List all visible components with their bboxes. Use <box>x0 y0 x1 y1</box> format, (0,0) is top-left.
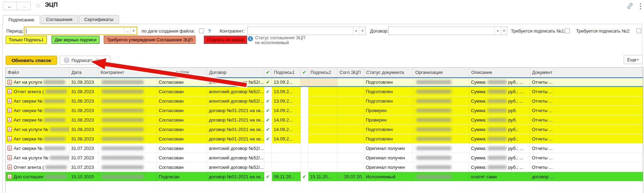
redacted-text <box>488 90 507 94</box>
need-sign1-checkbox[interactable] <box>565 28 570 33</box>
cell-text: Согласован <box>159 136 184 142</box>
tab-signing[interactable]: Подписание <box>3 15 40 25</box>
need-sign2-checkbox[interactable] <box>636 28 641 33</box>
period-clear-icon[interactable]: × <box>130 27 137 34</box>
column-header-org[interactable]: Организация <box>413 68 469 77</box>
contract-input[interactable]: ▼ × <box>388 27 507 35</box>
cell-text: 14.09.2... <box>274 108 293 113</box>
cell-document: Отчеты ... <box>530 87 643 96</box>
redacted-text <box>416 80 451 84</box>
help-link[interactable]: ? <box>208 28 211 34</box>
table-row[interactable]: Отчет агента (31.07.2023Согласованагентс… <box>6 163 643 172</box>
contract-dropdown-icon[interactable]: ▼ <box>494 27 501 35</box>
cell-check2 <box>301 125 308 134</box>
cell-date: 15.10.2020 <box>69 172 98 181</box>
pdf-file-icon <box>7 174 12 179</box>
by-file-date-checkbox[interactable] <box>199 28 204 33</box>
column-header-desc[interactable]: Описание <box>469 68 530 77</box>
column-header-contract[interactable]: Договор <box>207 68 264 77</box>
cell-agr <box>337 96 364 105</box>
cell-contract: агентский договор №52/... <box>207 87 264 96</box>
cell-text: 31.07.2023 <box>71 146 94 151</box>
redacted-text <box>488 118 507 122</box>
column-header-check2[interactable]: ✔ <box>301 68 308 77</box>
column-header-agr[interactable]: Согл.ЭЦП <box>337 68 364 77</box>
column-header-file[interactable]: Файл <box>6 68 69 77</box>
cell-doc_status: Подготовлен <box>364 96 413 105</box>
cell-text: Подписан <box>159 174 179 179</box>
cell-text: Сумма: <box>471 155 486 160</box>
column-header-document[interactable]: Документ <box>530 68 643 77</box>
pdf-file-icon <box>7 127 12 132</box>
column-header-sign2[interactable]: Подпись2 <box>308 68 337 77</box>
check-icon: ✔ <box>266 117 270 123</box>
check-icon: ✔ <box>266 89 270 94</box>
cell-doc_status: Оригинал получен <box>364 163 413 172</box>
back-arrow-icon: ← <box>7 3 13 9</box>
more-button[interactable]: Еще ▼ <box>624 55 643 64</box>
cell-text: Отчеты ... <box>532 165 553 170</box>
cell-file_status: Согласован <box>157 153 207 162</box>
legend-item-1: Две верных подписи <box>52 36 100 44</box>
cell-text: Сумма: <box>471 165 486 170</box>
cell-date: 31.08.2023 <box>69 96 98 105</box>
column-header-sign1[interactable]: Подпись1 <box>272 68 301 77</box>
back-button[interactable]: ← <box>3 2 17 10</box>
cell-date: 31.08.2023 <box>69 134 98 143</box>
cell-contragent <box>98 144 157 153</box>
column-header-contragent[interactable]: Контрагент <box>98 68 157 77</box>
cell-contragent <box>98 106 157 115</box>
cell-file: Акт сверки № <box>6 115 69 124</box>
period-input[interactable]: ... × <box>24 27 137 35</box>
column-header-file_status[interactable]: Статус файла <box>157 68 207 77</box>
table-row[interactable]: Отчет агента (31.08.2023Согласованагентс… <box>6 87 643 96</box>
redacted-text <box>416 146 451 150</box>
cell-contract: договор №01-2021 на ок... <box>207 106 264 115</box>
contragent-clear-icon[interactable]: × <box>359 27 365 35</box>
period-choose-button[interactable]: ... <box>124 27 130 34</box>
cell-text: 15.11.20... <box>310 174 331 179</box>
refresh-list-button[interactable]: Обновить список <box>6 56 57 65</box>
link-icon[interactable] <box>626 3 633 9</box>
cell-text: Акт сверки № <box>14 98 42 104</box>
column-header-doc_status[interactable]: Статус документа <box>364 68 413 77</box>
tab-certificates[interactable]: Сертификаты <box>79 15 119 24</box>
cell-document: Отчеты ... <box>530 134 643 143</box>
by-file-date-label: по дате создания файла: <box>142 28 195 34</box>
table-row[interactable]: Акт на услуги №31.07.2023Согласованагент… <box>6 153 643 163</box>
forward-button[interactable]: → <box>17 2 31 10</box>
cell-file_status: Согласован <box>157 106 207 115</box>
table-row[interactable]: Акт сверки №31.08.2023Согласовандоговор … <box>6 115 643 125</box>
sign-button[interactable]: Подписать (F12) <box>60 56 110 65</box>
contract-clear-icon[interactable]: × <box>501 27 507 35</box>
cell-desc: Сумма:руб.; ... <box>469 78 530 86</box>
contragent-dropdown-icon[interactable]: ▼ <box>353 27 359 35</box>
favorite-star-icon[interactable]: ☆ <box>35 2 41 9</box>
table-row[interactable]: Акт на услуги31.08.2023Согласованагентск… <box>6 77 643 87</box>
column-header-date[interactable]: Дата <box>69 68 98 77</box>
cell-sign1: 13.09.2... <box>272 78 301 86</box>
cell-file: Отчет агента ( <box>6 163 69 172</box>
table-row[interactable]: Акт сверки №31.08.2023Согласовандоговор … <box>6 106 643 115</box>
cell-sign2 <box>308 134 337 143</box>
cell-file_status: Согласован <box>157 125 207 134</box>
pdf-file-icon <box>7 155 12 160</box>
cell-text: Согласован <box>159 80 184 85</box>
need-sign2-label: Требуется подписать №2: <box>576 28 630 34</box>
column-header-check1[interactable]: ✔ <box>264 68 272 77</box>
redacted-text <box>45 175 67 179</box>
cell-check1: ✔ <box>264 125 272 134</box>
menu-dots-icon[interactable] <box>639 3 642 10</box>
cell-sign1: 13.09.2... <box>272 96 301 105</box>
cell-file_status: Согласован <box>157 163 207 172</box>
cell-agr <box>337 106 364 115</box>
cell-text: договор №01-2021 на ок... <box>209 117 264 123</box>
table-row[interactable]: Акт сверки №31.08.2023Согласовандоговор … <box>6 134 643 144</box>
text-caret <box>26 28 26 33</box>
tab-agreements[interactable]: Соглашения <box>41 15 78 24</box>
contragent-input[interactable]: ▼ × <box>247 27 366 35</box>
table-row[interactable]: Акт сверки №31.07.2023Согласованагентски… <box>6 144 643 153</box>
table-row[interactable]: Акт на услуги №31.08.2023Согласовандогов… <box>6 125 643 134</box>
table-row[interactable]: Акт сверки №31.08.2023Согласованагентски… <box>6 96 643 106</box>
table-row[interactable]: Доп соглашен15.10.2020Подписандоговор №0… <box>6 172 643 181</box>
